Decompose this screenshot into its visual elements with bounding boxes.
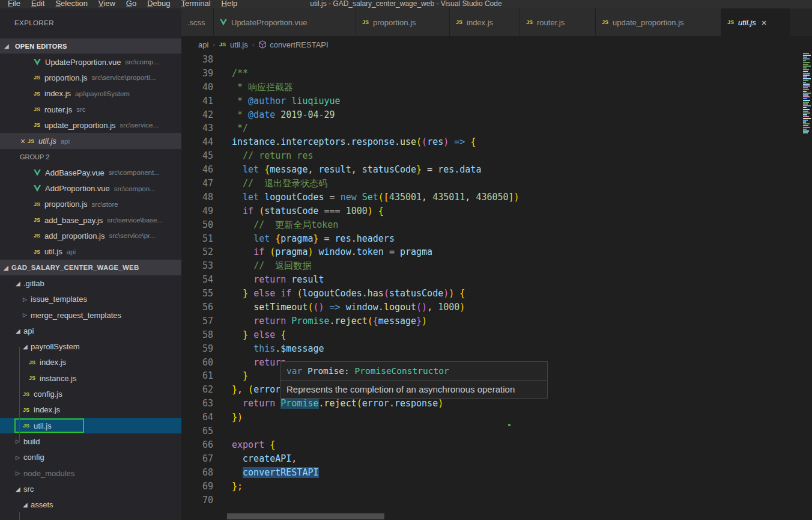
tree-item-config.js[interactable]: JSconfig.js: [0, 386, 181, 402]
tree-item-index.js[interactable]: JSindex.js: [0, 402, 181, 418]
line-number[interactable]: 59: [181, 342, 213, 356]
code-line[interactable]: 44instance.interceptors.response.use((re…: [181, 135, 803, 149]
line-number[interactable]: 54: [181, 273, 213, 287]
code-line[interactable]: 59 this.$message: [181, 342, 803, 356]
code-line[interactable]: 55 } else if (logoutCodes.has(statusCode…: [181, 287, 803, 301]
tree-item-util.js[interactable]: JSutil.js: [0, 418, 181, 433]
line-number[interactable]: 38: [181, 53, 213, 67]
line-number[interactable]: 48: [181, 191, 213, 204]
line-number[interactable]: 58: [181, 328, 213, 342]
open-editor-row[interactable]: JSutil.jsapi: [0, 244, 181, 260]
tree-item-assets[interactable]: ◢assets: [0, 497, 181, 512]
code-line[interactable]: 41 * @author liuqiuyue: [181, 94, 803, 108]
tree-item-issue_templates[interactable]: ▷issue_templates: [0, 292, 181, 307]
line-number[interactable]: 39: [181, 67, 213, 81]
code-line[interactable]: 69};: [181, 480, 803, 494]
code-line[interactable]: 40 * 响应拦截器: [181, 81, 803, 94]
code-line[interactable]: 51 let {pragma} = res.headers: [181, 232, 803, 246]
code-line[interactable]: 49 if (statusCode === 1000) {: [181, 204, 803, 218]
code-line[interactable]: 68 convertRESTAPI: [181, 466, 803, 480]
tab-.scss[interactable]: .scss: [181, 8, 214, 36]
menu-edit[interactable]: Edit: [31, 0, 44, 8]
open-editor-row[interactable]: JSadd_proportion.jssrc\service\pr...: [0, 228, 181, 243]
open-editor-row[interactable]: JSadd_base_pay.jssrc\service\base...: [0, 212, 181, 228]
breadcrumb-item-api[interactable]: api: [198, 40, 208, 49]
open-editor-row[interactable]: JSupdate_proportion.jssrc\service...: [0, 117, 181, 133]
code-line[interactable]: 58 } else {: [181, 328, 803, 342]
tree-item-src[interactable]: ◢src: [0, 481, 181, 497]
breadcrumb[interactable]: api›JSutil.js›convertRESTAPI: [181, 36, 812, 53]
code-line[interactable]: 45 // return res: [181, 149, 803, 163]
line-number[interactable]: 60: [181, 356, 213, 370]
line-number[interactable]: 55: [181, 287, 213, 301]
open-editors-header[interactable]: ◢ OPEN EDITORS: [0, 38, 181, 54]
menu-file[interactable]: File: [8, 0, 20, 8]
open-editor-row[interactable]: JSrouter.jssrc: [0, 102, 181, 117]
code-line[interactable]: 64}): [181, 411, 803, 424]
code-line[interactable]: 54 return result: [181, 273, 803, 287]
code-line[interactable]: 52 if (pragma) window.token = pragma: [181, 245, 803, 259]
menu-go[interactable]: Go: [126, 0, 136, 8]
code-line[interactable]: 43 */: [181, 121, 803, 135]
line-number[interactable]: 63: [181, 397, 213, 411]
code-line[interactable]: 47 // 退出登录状态码: [181, 177, 803, 191]
tree-section-header[interactable]: ◢GAD_SALARY_CENTER_WAGE_WEB: [0, 260, 181, 275]
close-icon[interactable]: ×: [762, 17, 767, 28]
open-editor-row[interactable]: AddBasePay.vuesrc\component...: [0, 165, 181, 180]
tree-item-config[interactable]: ▷config: [0, 450, 181, 465]
code-line[interactable]: 56 setTimeout(() => window.logout(), 100…: [181, 301, 803, 314]
line-number[interactable]: 45: [181, 149, 213, 163]
tree-item-api[interactable]: ◢api: [0, 323, 181, 338]
menu-debug[interactable]: Debug: [147, 0, 170, 8]
open-editor-row[interactable]: JSproportion.jssrc\service\proporti...: [0, 70, 181, 85]
line-number[interactable]: 43: [181, 121, 213, 135]
line-number[interactable]: 46: [181, 163, 213, 177]
open-editor-row[interactable]: AddProportion.vuesrc\compon...: [0, 180, 181, 196]
close-icon[interactable]: ×: [18, 136, 28, 146]
tab-update_proportion.js[interactable]: JSupdate_proportion.js: [596, 8, 721, 36]
tab-util.js[interactable]: JSutil.js×: [721, 8, 790, 36]
code-line[interactable]: 70: [181, 494, 803, 507]
tab-index.js[interactable]: JSindex.js: [450, 8, 520, 36]
code-editor[interactable]: 3839/**40 * 响应拦截器41 * @author liuqiuyue4…: [181, 53, 803, 507]
line-number[interactable]: 52: [181, 245, 213, 259]
line-number[interactable]: 40: [181, 81, 213, 94]
open-editor-row[interactable]: JSproportion.jssrc\store: [0, 197, 181, 212]
open-editor-row[interactable]: ×JSutil.jsapi: [0, 133, 181, 148]
line-number[interactable]: 70: [181, 494, 213, 507]
horizontal-scrollbar[interactable]: [227, 513, 384, 519]
line-number[interactable]: 50: [181, 218, 213, 232]
code-line[interactable]: 48 let logoutCodes = new Set([435001, 43…: [181, 191, 803, 204]
code-line[interactable]: 66export {: [181, 438, 803, 452]
line-number[interactable]: 53: [181, 259, 213, 273]
tree-item-merge_request_templates[interactable]: ▷merge_request_templates: [0, 307, 181, 323]
code-line[interactable]: 38: [181, 53, 803, 67]
code-line[interactable]: 50 // 更新全局token: [181, 218, 803, 232]
menu-view[interactable]: View: [98, 0, 115, 8]
tab-router.js[interactable]: JSrouter.js: [520, 8, 596, 36]
tab-UpdateProportion.vue[interactable]: UpdateProportion.vue: [214, 8, 356, 36]
line-number[interactable]: 64: [181, 411, 213, 424]
line-number[interactable]: 69: [181, 480, 213, 494]
line-number[interactable]: 42: [181, 108, 213, 122]
tree-item-node_modules[interactable]: ▷node_modules: [0, 465, 181, 481]
tree-item-payrollSystem[interactable]: ◢payrollSystem: [0, 338, 181, 354]
line-number[interactable]: 49: [181, 204, 213, 218]
line-number[interactable]: 67: [181, 452, 213, 466]
line-number[interactable]: 56: [181, 301, 213, 314]
code-line[interactable]: 42 * @date 2019-04-29: [181, 108, 803, 122]
line-number[interactable]: 62: [181, 383, 213, 397]
open-editor-row[interactable]: UpdateProportion.vuesrc\comp...: [0, 54, 181, 70]
code-line[interactable]: 63 return Promise.reject(error.response): [181, 397, 803, 411]
line-number[interactable]: 51: [181, 232, 213, 246]
tree-item-build[interactable]: ▷build: [0, 433, 181, 449]
line-number[interactable]: 47: [181, 177, 213, 191]
line-number[interactable]: 68: [181, 466, 213, 480]
tree-item-.gitlab[interactable]: ◢.gitlab: [0, 275, 181, 291]
line-number[interactable]: 66: [181, 438, 213, 452]
tab-proportion.js[interactable]: JSproportion.js: [356, 8, 450, 36]
menu-selection[interactable]: Selection: [55, 0, 87, 8]
line-number[interactable]: 57: [181, 314, 213, 328]
line-number[interactable]: 44: [181, 135, 213, 149]
tree-item-instance.js[interactable]: JSinstance.js: [0, 370, 181, 386]
